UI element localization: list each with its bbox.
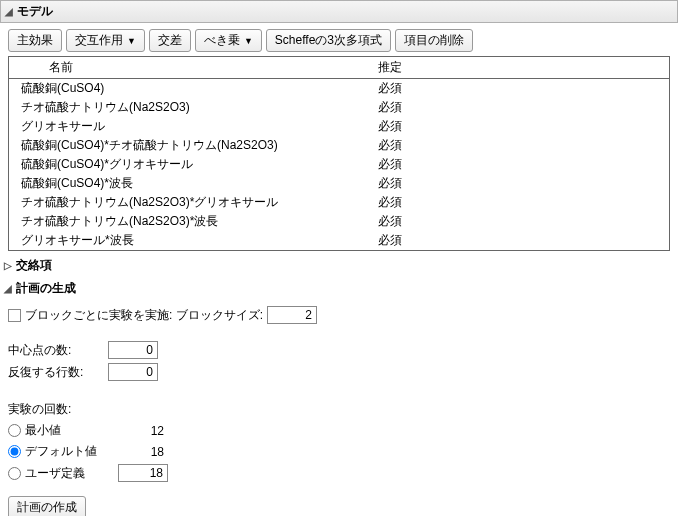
cell-name: チオ硫酸ナトリウム(Na2S2O3) — [9, 98, 372, 117]
table-row[interactable]: 硫酸銅(CuSO4)*グリオキサール必須 — [9, 155, 669, 174]
cell-estimate: 必須 — [372, 136, 669, 155]
model-title: モデル — [17, 3, 53, 20]
table-row[interactable]: グリオキサール必須 — [9, 117, 669, 136]
block-label: ブロックごとに実験を実施: ブロックサイズ: — [25, 307, 263, 324]
cell-name: グリオキサール — [9, 117, 372, 136]
default-label: デフォルト値 — [25, 443, 97, 460]
cell-name: チオ硫酸ナトリウム(Na2S2O3)*波長 — [9, 212, 372, 231]
model-table: 名前 推定 硫酸銅(CuSO4)必須チオ硫酸ナトリウム(Na2S2O3)必須グリ… — [8, 56, 670, 251]
caret-down-icon: ▼ — [127, 36, 136, 46]
table-row[interactable]: 硫酸銅(CuSO4)*波長必須 — [9, 174, 669, 193]
center-label: 中心点の数: — [8, 342, 108, 359]
table-row[interactable]: チオ硫酸ナトリウム(Na2S2O3)*波長必須 — [9, 212, 669, 231]
user-runs-input[interactable] — [118, 464, 168, 482]
cell-name: 硫酸銅(CuSO4) — [9, 79, 372, 99]
cross-button[interactable]: 交差 — [149, 29, 191, 52]
main-effect-button[interactable]: 主効果 — [8, 29, 62, 52]
runs-default-radio[interactable] — [8, 445, 21, 458]
block-checkbox[interactable] — [8, 309, 21, 322]
model-toolbar: 主効果 交互作用▼ 交差 べき乗▼ Scheffeの3次多項式 項目の削除 — [0, 23, 678, 56]
min-label: 最小値 — [25, 422, 61, 439]
confound-title: 交絡項 — [16, 257, 52, 274]
runs-min-radio[interactable] — [8, 424, 21, 437]
table-row[interactable]: グリオキサール*波長必須 — [9, 231, 669, 250]
power-button[interactable]: べき乗▼ — [195, 29, 262, 52]
repeat-rows-input[interactable] — [108, 363, 158, 381]
cell-name: 硫酸銅(CuSO4)*グリオキサール — [9, 155, 372, 174]
generate-section-header[interactable]: ◢ 計画の生成 — [0, 278, 678, 299]
cell-estimate: 必須 — [372, 155, 669, 174]
disclosure-open-icon: ◢ — [4, 283, 14, 294]
cell-estimate: 必須 — [372, 174, 669, 193]
cell-estimate: 必須 — [372, 117, 669, 136]
caret-down-icon: ▼ — [244, 36, 253, 46]
cell-name: 硫酸銅(CuSO4)*波長 — [9, 174, 372, 193]
scheffe-button[interactable]: Scheffeの3次多項式 — [266, 29, 391, 52]
col-name[interactable]: 名前 — [9, 57, 372, 79]
make-design-button[interactable]: 計画の作成 — [8, 496, 86, 516]
disclosure-open-icon: ◢ — [5, 6, 15, 17]
table-row[interactable]: チオ硫酸ナトリウム(Na2S2O3)必須 — [9, 98, 669, 117]
generate-title: 計画の生成 — [16, 280, 76, 297]
block-size-input[interactable] — [267, 306, 317, 324]
interaction-button[interactable]: 交互作用▼ — [66, 29, 145, 52]
col-estimate[interactable]: 推定 — [372, 57, 669, 79]
cell-estimate: 必須 — [372, 231, 669, 250]
table-row[interactable]: 硫酸銅(CuSO4)必須 — [9, 79, 669, 99]
table-row[interactable]: チオ硫酸ナトリウム(Na2S2O3)*グリオキサール必須 — [9, 193, 669, 212]
default-value: 18 — [118, 445, 168, 459]
cell-name: グリオキサール*波長 — [9, 231, 372, 250]
runs-user-radio[interactable] — [8, 467, 21, 480]
center-points-input[interactable] — [108, 341, 158, 359]
model-section-header[interactable]: ◢ モデル — [0, 0, 678, 23]
cell-estimate: 必須 — [372, 79, 669, 99]
repeat-label: 反復する行数: — [8, 364, 108, 381]
cell-estimate: 必須 — [372, 193, 669, 212]
cell-estimate: 必須 — [372, 212, 669, 231]
min-value: 12 — [118, 424, 168, 438]
generate-body: ブロックごとに実験を実施: ブロックサイズ: 中心点の数: 反復する行数: 実験… — [0, 299, 678, 490]
confound-section-header[interactable]: ▷ 交絡項 — [0, 255, 678, 276]
cell-name: チオ硫酸ナトリウム(Na2S2O3)*グリオキサール — [9, 193, 372, 212]
disclosure-closed-icon: ▷ — [4, 260, 14, 271]
remove-item-button[interactable]: 項目の削除 — [395, 29, 473, 52]
cell-name: 硫酸銅(CuSO4)*チオ硫酸ナトリウム(Na2S2O3) — [9, 136, 372, 155]
runs-label: 実験の回数: — [8, 401, 670, 418]
table-row[interactable]: 硫酸銅(CuSO4)*チオ硫酸ナトリウム(Na2S2O3)必須 — [9, 136, 669, 155]
user-label: ユーザ定義 — [25, 465, 85, 482]
cell-estimate: 必須 — [372, 98, 669, 117]
